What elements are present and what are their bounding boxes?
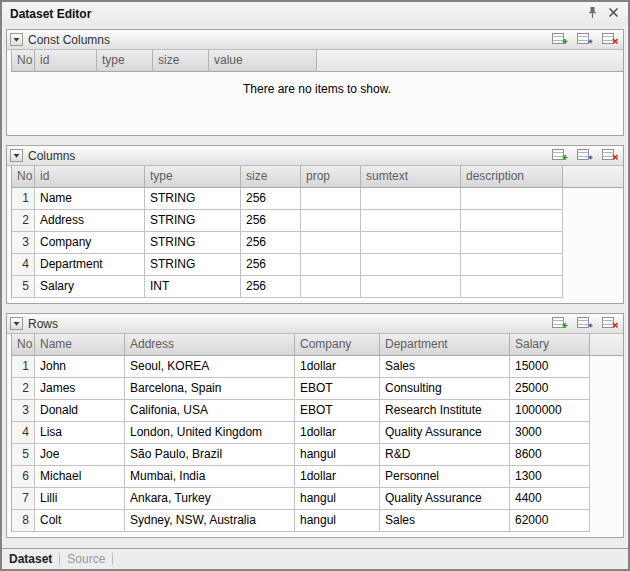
column-header[interactable]: value (209, 50, 317, 72)
cell-no[interactable]: 6 (11, 466, 35, 488)
cell[interactable]: 1dollar (295, 356, 380, 378)
cell[interactable]: 8600 (510, 444, 590, 466)
cell[interactable] (301, 254, 361, 276)
cell-no[interactable]: 5 (11, 276, 35, 298)
cell[interactable]: Department (35, 254, 145, 276)
cell[interactable]: hangul (295, 510, 380, 532)
cell[interactable] (461, 188, 563, 210)
cell[interactable]: Lisa (35, 422, 125, 444)
cell[interactable]: Lilli (35, 488, 125, 510)
cell[interactable]: 3000 (510, 422, 590, 444)
column-header[interactable]: id (35, 50, 97, 72)
insert-row-button[interactable] (575, 32, 594, 47)
cell[interactable] (301, 232, 361, 254)
add-row-button[interactable] (550, 32, 569, 47)
cell[interactable] (361, 232, 461, 254)
cell[interactable]: hangul (295, 488, 380, 510)
column-header[interactable]: No (11, 50, 35, 72)
cell-no[interactable]: 3 (11, 232, 35, 254)
cell-no[interactable]: 4 (11, 254, 35, 276)
cell[interactable]: Address (35, 210, 145, 232)
cell[interactable]: 256 (241, 276, 301, 298)
pin-button[interactable] (584, 6, 601, 22)
delete-row-button[interactable] (600, 148, 619, 163)
cell-no[interactable]: 4 (11, 422, 35, 444)
cell[interactable]: STRING (145, 188, 241, 210)
cell[interactable]: Barcelona, Spain (125, 378, 295, 400)
column-header[interactable]: prop (301, 166, 361, 188)
cell[interactable]: 4400 (510, 488, 590, 510)
cell[interactable] (361, 254, 461, 276)
collapse-button[interactable] (10, 149, 23, 162)
column-header[interactable]: size (153, 50, 209, 72)
column-header[interactable]: type (97, 50, 153, 72)
cell-no[interactable]: 7 (11, 488, 35, 510)
cell[interactable]: 1300 (510, 466, 590, 488)
cell[interactable]: James (35, 378, 125, 400)
cell[interactable] (461, 254, 563, 276)
cell[interactable]: Name (35, 188, 145, 210)
column-header[interactable]: Company (295, 334, 380, 356)
cell[interactable]: 256 (241, 232, 301, 254)
cell-no[interactable]: 3 (11, 400, 35, 422)
cell[interactable]: hangul (295, 444, 380, 466)
cell[interactable]: 1000000 (510, 400, 590, 422)
add-row-button[interactable] (550, 148, 569, 163)
cell-no[interactable]: 2 (11, 210, 35, 232)
insert-row-button[interactable] (575, 148, 594, 163)
cell[interactable] (301, 210, 361, 232)
cell[interactable] (461, 232, 563, 254)
cell[interactable] (301, 276, 361, 298)
cell[interactable]: EBOT (295, 400, 380, 422)
cell[interactable]: Joe (35, 444, 125, 466)
cell[interactable]: Personnel (380, 466, 510, 488)
cell-no[interactable]: 2 (11, 378, 35, 400)
cell[interactable]: 256 (241, 188, 301, 210)
column-header[interactable]: Salary (510, 334, 590, 356)
cell[interactable]: 256 (241, 210, 301, 232)
cell-no[interactable]: 1 (11, 356, 35, 378)
cell[interactable]: Seoul, KOREA (125, 356, 295, 378)
cell-no[interactable]: 1 (11, 188, 35, 210)
cell[interactable]: Consulting (380, 378, 510, 400)
cell[interactable]: Michael (35, 466, 125, 488)
collapse-button[interactable] (10, 33, 23, 46)
cell[interactable] (361, 276, 461, 298)
column-header[interactable]: type (145, 166, 241, 188)
tab-source[interactable]: Source (67, 552, 105, 566)
cell[interactable]: Salary (35, 276, 145, 298)
cell[interactable]: EBOT (295, 378, 380, 400)
column-header[interactable]: Address (125, 334, 295, 356)
cell[interactable]: 1dollar (295, 466, 380, 488)
cell[interactable]: John (35, 356, 125, 378)
cell[interactable]: STRING (145, 232, 241, 254)
cell[interactable] (461, 276, 563, 298)
cell-no[interactable]: 5 (11, 444, 35, 466)
cell[interactable]: Research Institute (380, 400, 510, 422)
cell[interactable]: INT (145, 276, 241, 298)
column-header[interactable]: No (11, 166, 35, 188)
cell[interactable]: Quality Assurance (380, 488, 510, 510)
cell[interactable]: Ankara, Turkey (125, 488, 295, 510)
column-header[interactable]: Name (35, 334, 125, 356)
cell[interactable]: Quality Assurance (380, 422, 510, 444)
cell[interactable]: Sales (380, 510, 510, 532)
cell[interactable]: Califonia, USA (125, 400, 295, 422)
cell[interactable]: STRING (145, 254, 241, 276)
cell[interactable]: 62000 (510, 510, 590, 532)
cell[interactable] (361, 188, 461, 210)
cell[interactable]: London, United Kingdom (125, 422, 295, 444)
column-header[interactable]: sumtext (361, 166, 461, 188)
cell[interactable]: 15000 (510, 356, 590, 378)
cell[interactable]: 1dollar (295, 422, 380, 444)
cell[interactable]: Sydney, NSW, Australia (125, 510, 295, 532)
cell[interactable] (361, 210, 461, 232)
cell[interactable]: Mumbai, India (125, 466, 295, 488)
cell-no[interactable]: 8 (11, 510, 35, 532)
collapse-button[interactable] (10, 317, 23, 330)
insert-row-button[interactable] (575, 316, 594, 331)
column-header[interactable]: id (35, 166, 145, 188)
column-header[interactable]: description (461, 166, 563, 188)
cell[interactable]: STRING (145, 210, 241, 232)
cell[interactable]: R&D (380, 444, 510, 466)
